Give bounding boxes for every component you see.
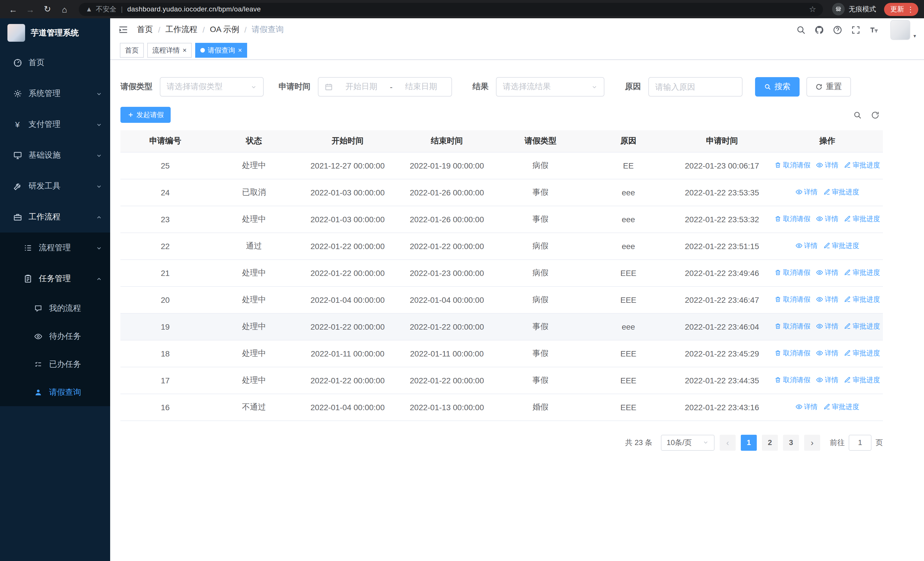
page-button-1[interactable]: 1 [741, 435, 757, 450]
cancel-leave-link[interactable]: 取消请假 [774, 349, 810, 358]
cancel-leave-link[interactable]: 取消请假 [774, 322, 810, 331]
eye-icon [795, 242, 802, 250]
action-label: 详情 [804, 187, 818, 197]
tab-leave-query[interactable]: 请假查询 × [195, 43, 247, 58]
address-bar[interactable]: ▲ 不安全 | dashboard.yudao.iocoder.cn/bpm/o… [79, 3, 823, 16]
sidebar-item-infrastructure[interactable]: 基础设施 [0, 140, 110, 171]
detail-link[interactable]: 详情 [816, 322, 838, 331]
detail-link[interactable]: 详情 [816, 349, 838, 358]
chevron-down-icon [96, 152, 102, 158]
edit-icon [823, 189, 830, 196]
chevron-down-icon [591, 84, 597, 90]
breadcrumb-home[interactable]: 首页 [137, 24, 153, 35]
sidebar-collapse-icon[interactable] [118, 24, 128, 35]
detail-link[interactable]: 详情 [816, 161, 838, 170]
eye-icon [816, 323, 823, 330]
approval-progress-link[interactable]: 审批进度 [844, 161, 880, 170]
reset-button[interactable]: 重置 [806, 77, 851, 96]
detail-link[interactable]: 详情 [816, 295, 838, 304]
page-button-2[interactable]: 2 [762, 435, 778, 450]
cancel-leave-link[interactable]: 取消请假 [774, 375, 810, 385]
delete-icon [774, 377, 782, 384]
close-icon[interactable]: × [183, 47, 187, 54]
leave-type-select[interactable]: 请选择请假类型 [160, 77, 264, 96]
approval-progress-link[interactable]: 审批进度 [844, 322, 880, 331]
date-range-picker[interactable]: 开始日期 - 结束日期 [318, 77, 452, 96]
sidebar-item-home[interactable]: 首页 [0, 47, 110, 78]
refresh-table-icon[interactable] [871, 111, 879, 119]
sidebar-item-leave-query[interactable]: 请假查询 [0, 378, 110, 406]
cancel-leave-link[interactable]: 取消请假 [774, 214, 810, 224]
sidebar-item-pending-tasks[interactable]: 待办任务 [0, 322, 110, 350]
chevron-down-icon [250, 84, 257, 90]
page-size-select[interactable]: 10条/页 [661, 435, 714, 450]
bookmark-star-icon[interactable]: ☆ [809, 5, 816, 14]
browser-home-icon[interactable]: ⌂ [57, 2, 72, 17]
security-chip[interactable]: ▲ 不安全 [86, 4, 116, 14]
tab-process-detail[interactable]: 流程详情 × [147, 43, 192, 58]
table-row: 24已取消2022-01-03 00:00:002022-01-26 00:00… [120, 179, 883, 206]
approval-progress-link[interactable]: 审批进度 [844, 349, 880, 358]
sidebar-item-my-processes[interactable]: 我的流程 [0, 294, 110, 322]
sidebar-item-devtools[interactable]: 研发工具 [0, 171, 110, 202]
next-page-button[interactable]: › [804, 435, 820, 450]
help-icon[interactable] [833, 25, 843, 35]
search-icon[interactable] [796, 25, 806, 35]
browser-menu-icon[interactable]: ⋮ [907, 5, 914, 14]
approval-progress-link[interactable]: 审批进度 [844, 268, 880, 278]
approval-progress-link[interactable]: 审批进度 [823, 187, 859, 197]
create-leave-button[interactable]: 发起请假 [120, 107, 171, 123]
detail-link[interactable]: 详情 [795, 187, 818, 197]
detail-link[interactable]: 详情 [816, 214, 838, 224]
approval-progress-link[interactable]: 审批进度 [844, 214, 880, 224]
action-label: 审批进度 [853, 349, 880, 358]
sidebar-item-workflow[interactable]: 工作流程 [0, 202, 110, 233]
font-size-icon[interactable] [870, 25, 879, 35]
approval-progress-link[interactable]: 审批进度 [823, 402, 859, 412]
toggle-search-icon[interactable] [853, 111, 862, 119]
result-select[interactable]: 请选择流结果 [496, 77, 604, 96]
breadcrumb-workflow[interactable]: 工作流程 [165, 24, 198, 35]
browser-forward-icon[interactable]: → [23, 2, 38, 17]
prev-page-button[interactable]: ‹ [720, 435, 736, 450]
app-logo[interactable]: 芋道管理系统 [0, 18, 110, 47]
approval-progress-link[interactable]: 审批进度 [823, 241, 859, 251]
cell-applied: 2022-01-22 23:53:35 [672, 179, 772, 206]
close-icon[interactable]: × [238, 47, 242, 54]
search-button[interactable]: 搜索 [755, 77, 800, 96]
table-row: 23处理中2022-01-03 00:00:002022-01-26 00:00… [120, 206, 883, 233]
eye-icon [816, 162, 823, 169]
cell-actions: 详情审批进度 [772, 233, 883, 259]
approval-progress-link[interactable]: 审批进度 [844, 375, 880, 385]
tab-home[interactable]: 首页 [120, 43, 144, 58]
approval-progress-link[interactable]: 审批进度 [844, 295, 880, 304]
fullscreen-icon[interactable] [851, 25, 861, 35]
breadcrumb-oa-example[interactable]: OA 示例 [210, 24, 239, 35]
action-label: 取消请假 [783, 214, 810, 224]
cell-applied: 2022-01-22 23:49:46 [672, 259, 772, 286]
update-button[interactable]: 更新 ⋮ [884, 3, 918, 16]
detail-link[interactable]: 详情 [816, 268, 838, 278]
detail-link[interactable]: 详情 [795, 402, 818, 412]
browser-reload-icon[interactable]: ↻ [40, 2, 55, 17]
browser-back-icon[interactable]: ← [6, 2, 21, 17]
cancel-leave-link[interactable]: 取消请假 [774, 161, 810, 170]
goto-page-input[interactable] [849, 435, 872, 450]
cancel-leave-link[interactable]: 取消请假 [774, 268, 810, 278]
list-tree-icon [23, 244, 33, 253]
reason-input[interactable] [655, 82, 736, 92]
user-menu[interactable]: ▾ [891, 20, 916, 40]
sidebar-item-process-management[interactable]: 流程管理 [0, 233, 110, 263]
cell-status: 已取消 [210, 179, 298, 206]
sidebar-item-done-tasks[interactable]: 已办任务 [0, 350, 110, 378]
sidebar-item-system[interactable]: 系统管理 [0, 78, 110, 109]
cell-end: 2022-01-26 00:00:00 [397, 179, 496, 206]
cancel-leave-link[interactable]: 取消请假 [774, 295, 810, 304]
detail-link[interactable]: 详情 [795, 241, 818, 251]
sidebar-item-task-management[interactable]: 任务管理 [0, 263, 110, 294]
detail-link[interactable]: 详情 [816, 375, 838, 385]
cell-status: 处理中 [210, 206, 298, 233]
page-button-3[interactable]: 3 [783, 435, 799, 450]
sidebar-item-payment[interactable]: ¥ 支付管理 [0, 109, 110, 140]
github-icon[interactable] [815, 25, 824, 35]
